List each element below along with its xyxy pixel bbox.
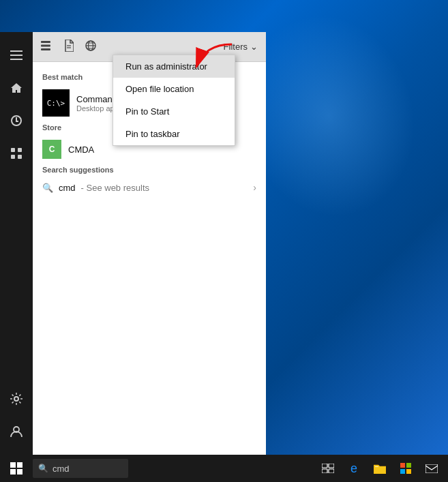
- svg-rect-14: [41, 48, 50, 50]
- taskbar-search-icon: 🔍: [38, 464, 48, 473]
- svg-rect-12: [41, 41, 50, 43]
- svg-rect-30: [400, 469, 405, 474]
- search-suggestions-label: Search suggestions: [33, 163, 266, 178]
- svg-rect-25: [322, 469, 327, 473]
- svg-rect-28: [400, 463, 405, 468]
- svg-rect-13: [41, 44, 50, 46]
- search-suggestion-icon: 🔍: [42, 183, 53, 193]
- cmda-title: CMDA: [68, 145, 94, 155]
- taskbar-right-area: e: [317, 455, 448, 482]
- svg-rect-29: [406, 463, 411, 468]
- suggestion-item[interactable]: 🔍 cmd - See web results ›: [33, 178, 266, 197]
- svg-point-10: [14, 397, 18, 401]
- svg-rect-32: [425, 464, 438, 473]
- taskbar-explorer-icon[interactable]: [369, 455, 391, 482]
- windows-logo-icon: [10, 462, 23, 475]
- toolbar-globe-icon[interactable]: [85, 40, 97, 55]
- taskbar-start-button[interactable]: [0, 455, 33, 482]
- svg-rect-27: [375, 466, 378, 467]
- sidebar-apps[interactable]: [0, 138, 33, 168]
- sidebar-bottom: [0, 384, 33, 455]
- taskbar-search-box[interactable]: 🔍 cmd: [33, 459, 128, 478]
- sidebar-home[interactable]: [0, 73, 33, 103]
- suggestion-query: cmd: [59, 183, 76, 193]
- sidebar-hamburger[interactable]: [0, 40, 33, 70]
- filters-chevron-icon: ⌄: [250, 42, 258, 52]
- svg-rect-31: [406, 469, 411, 474]
- svg-rect-6: [11, 148, 15, 152]
- taskbar-search-text: cmd: [53, 464, 70, 474]
- svg-rect-23: [322, 464, 327, 468]
- svg-rect-1: [10, 55, 23, 56]
- taskbar: 🔍 cmd e: [0, 455, 448, 482]
- sidebar-settings[interactable]: [0, 384, 33, 414]
- sidebar-user[interactable]: [0, 417, 33, 447]
- taskbar-store-icon[interactable]: [395, 455, 417, 482]
- toolbar-document-icon[interactable]: [64, 40, 74, 55]
- svg-rect-5: [16, 121, 18, 122]
- taskbar-mail-icon[interactable]: [421, 455, 443, 482]
- taskbar-edge-icon[interactable]: e: [343, 455, 365, 482]
- svg-rect-0: [10, 50, 23, 52]
- sidebar-recent[interactable]: [0, 106, 33, 136]
- toolbar-grid-icon[interactable]: [41, 41, 53, 53]
- store-icon: C: [42, 140, 61, 159]
- context-menu-pin-start[interactable]: Pin to Start: [113, 100, 235, 123]
- svg-rect-26: [329, 469, 334, 473]
- svg-rect-8: [11, 155, 15, 159]
- taskbar-task-view-icon[interactable]: [317, 455, 339, 482]
- suggestion-arrow-icon: ›: [253, 182, 256, 193]
- svg-rect-7: [18, 148, 22, 152]
- suggestion-link-text: - See web results: [81, 183, 149, 193]
- cmd-icon: C:\>: [42, 89, 70, 117]
- sidebar: [0, 32, 33, 455]
- svg-rect-9: [18, 155, 22, 159]
- red-arrow-indicator: [184, 41, 239, 82]
- svg-rect-2: [10, 59, 23, 60]
- context-menu-pin-taskbar[interactable]: Pin to taskbar: [113, 123, 235, 145]
- svg-rect-24: [329, 464, 334, 468]
